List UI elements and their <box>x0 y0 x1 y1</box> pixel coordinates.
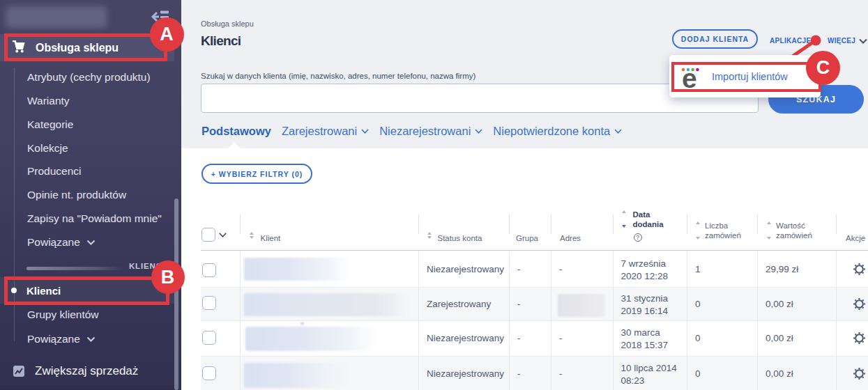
svg-text:e: e <box>682 67 697 88</box>
